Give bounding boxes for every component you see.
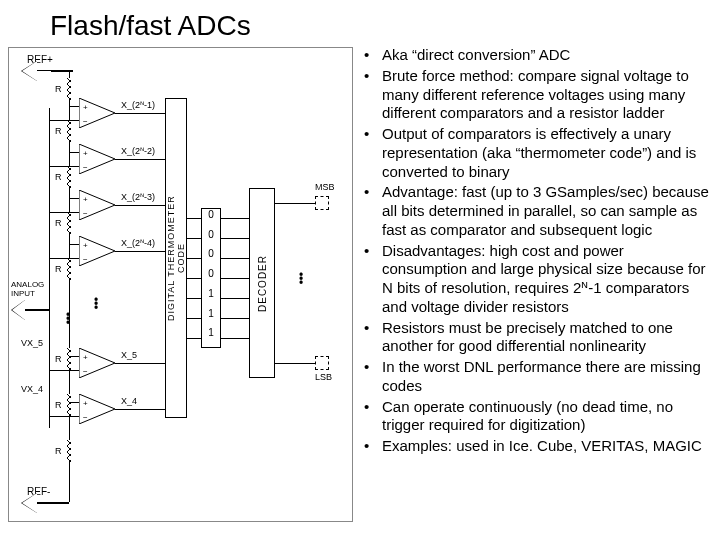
svg-text:+: +: [83, 399, 88, 408]
r-label: R: [55, 218, 62, 228]
svg-text:+: +: [83, 195, 88, 204]
svg-text:+: +: [83, 103, 88, 112]
lsb-label: LSB: [315, 372, 332, 382]
bullet-list: •Aka “direct conversion” ADC •Brute forc…: [360, 42, 720, 540]
slide-title: Flash/fast ADCs: [0, 0, 360, 42]
svg-text:−: −: [83, 209, 88, 218]
bullet-item: Aka “direct conversion” ADC: [382, 46, 710, 65]
vx-label: VX_5: [21, 338, 43, 348]
bullet-item: Can operate continuously (no dead time, …: [382, 398, 710, 436]
r-label: R: [55, 126, 62, 136]
msb-label: MSB: [315, 182, 335, 192]
r-label: R: [55, 400, 62, 410]
bullet-item: Advantage: fast (up to 3 GSamples/sec) b…: [382, 183, 710, 239]
svg-text:−: −: [83, 163, 88, 172]
analog-input-label: ANALOGINPUT: [11, 280, 44, 298]
r-label: R: [55, 84, 62, 94]
r-label: R: [55, 264, 62, 274]
comp-out-label: X_(2ᴺ-4): [121, 238, 155, 248]
svg-text:−: −: [83, 367, 88, 376]
bullet-item: Examples: used in Ice. Cube, VERITAS, MA…: [382, 437, 710, 456]
svg-text:+: +: [83, 149, 88, 158]
svg-text:+: +: [83, 353, 88, 362]
bullet-item: Output of comparators is effectively a u…: [382, 125, 710, 181]
decoder-box: DECODER: [249, 188, 275, 378]
r-label: R: [55, 354, 62, 364]
bullet-item: Brute force method: compare signal volta…: [382, 67, 710, 123]
r-label: R: [55, 172, 62, 182]
comp-out-label: X_5: [121, 350, 137, 360]
bullet-item: Resistors must be precisely matched to o…: [382, 319, 710, 357]
comp-out-label: X_(2ᴺ-2): [121, 146, 155, 156]
thermometer-bits-box: 0 0 0 0 1 1 1: [201, 208, 221, 348]
svg-text:+: +: [83, 241, 88, 250]
comp-out-label: X_(2ᴺ-1): [121, 100, 155, 110]
svg-text:−: −: [83, 413, 88, 422]
comp-out-label: X_(2ᴺ-3): [121, 192, 155, 202]
r-label: R: [55, 446, 62, 456]
thermometer-code-box: DIGITAL THERMOMETER CODE: [165, 98, 187, 418]
svg-text:−: −: [83, 255, 88, 264]
svg-text:−: −: [83, 117, 88, 126]
bullet-item: Disadvantages: high cost and power consu…: [382, 242, 710, 317]
bullet-item: In the worst DNL performance there are m…: [382, 358, 710, 396]
comp-out-label: X_4: [121, 396, 137, 406]
flash-adc-diagram: REF+ R R R R R ••• R R: [8, 47, 353, 522]
vx-label: VX_4: [21, 384, 43, 394]
